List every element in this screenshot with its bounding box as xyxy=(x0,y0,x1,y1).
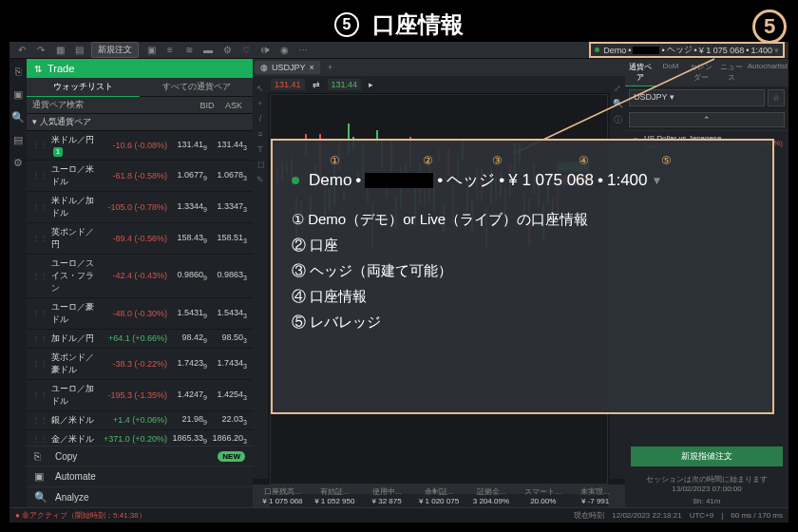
drag-handle-icon[interactable]: ⋮⋮ xyxy=(32,171,48,180)
chart-left-tool-rail: ↖+/≡T◻✎ xyxy=(253,80,268,479)
auto-rail-icon[interactable]: ▣ xyxy=(11,87,25,101)
cursor-icon[interactable]: ↖ xyxy=(256,84,264,93)
undo-icon[interactable]: ↶ xyxy=(15,44,28,57)
pair-row[interactable]: ⋮⋮ユーロ／加ドル-195.3 (-1.35%)1.424791.42543 xyxy=(27,380,253,411)
pair-search-input[interactable]: 通貨ペア検索 xyxy=(32,99,194,111)
drag-handle-icon[interactable]: ⋮⋮ xyxy=(32,202,48,211)
add-chart-tab[interactable]: + xyxy=(324,63,336,72)
drag-handle-icon[interactable]: ⋮⋮ xyxy=(32,309,48,317)
calc-icon[interactable]: ▣ xyxy=(144,44,158,57)
pair-change: +64.1 (+0.66%) xyxy=(99,333,167,343)
shape-icon[interactable]: ◻ xyxy=(257,160,264,169)
pair-bid: 21.989 xyxy=(171,414,207,426)
new-order-button[interactable]: 新規注文 xyxy=(91,42,139,58)
close-icon[interactable]: × xyxy=(310,63,314,72)
pair-name: 英ポンド／円 xyxy=(51,226,95,251)
favorite-toggle[interactable]: ☆ xyxy=(768,89,785,106)
overlay-acct-leverage: 1:400 xyxy=(607,171,648,190)
chevron-down-icon[interactable]: ▾ xyxy=(774,46,779,55)
crosshair-icon[interactable]: + xyxy=(257,99,262,108)
pair-name: 英ポンド／豪ドル xyxy=(51,352,95,376)
drag-handle-icon[interactable]: ⋮⋮ xyxy=(32,234,48,242)
pair-row[interactable]: ⋮⋮英ポンド／豪ドル-38.3 (-0.22%)1.742391.74343 xyxy=(27,349,253,380)
chart-tab-usdjpy[interactable]: ◍USDJPY× xyxy=(255,61,320,74)
rtab-autochartist[interactable]: Autochartist xyxy=(747,59,788,86)
tab-all-pairs[interactable]: すべての通貨ペア xyxy=(140,78,253,97)
expand-icon[interactable]: ⤢ xyxy=(614,84,621,93)
popular-pairs-section[interactable]: ▾ 人気通貨ペア xyxy=(27,114,253,131)
pair-row[interactable]: ⋮⋮銀／米ドル+1.4 (+0.06%)21.98922.033 xyxy=(27,411,253,430)
drag-handle-icon[interactable]: ⋮⋮ xyxy=(32,141,48,149)
drag-handle-icon[interactable]: ⋮⋮ xyxy=(32,334,48,343)
status-timezone[interactable]: UTC+9 xyxy=(690,511,714,520)
pair-row[interactable]: ⋮⋮ユーロ／米ドル-61.8 (-0.58%)1.067791.06783 xyxy=(27,161,253,192)
pair-name: 銀／米ドル xyxy=(51,414,95,427)
bar-icon[interactable]: ▬ xyxy=(201,44,215,57)
tool-analyze[interactable]: 🔍Analyze xyxy=(27,486,253,507)
rtab-pair[interactable]: 通貨ペア xyxy=(625,59,656,86)
pair-row[interactable]: ⋮⋮ユーロ／スイス・フラン-42.4 (-0.43%)0.986090.9863… xyxy=(27,255,253,298)
chevron-right-icon[interactable]: ▸ xyxy=(369,80,373,89)
pair-row[interactable]: ⋮⋮英ポンド／円-89.4 (-0.56%)158.439158.513 xyxy=(27,223,253,255)
drag-handle-icon[interactable]: ⋮⋮ xyxy=(32,416,48,425)
drag-handle-icon[interactable]: ⋮⋮ xyxy=(32,272,48,280)
page-header: 5 口座情報 xyxy=(0,0,798,46)
copy-rail-icon[interactable]: ⎘ xyxy=(11,65,25,78)
info-icon[interactable]: ⓘ xyxy=(614,114,622,126)
more-icon[interactable]: ⋯ xyxy=(296,44,310,57)
rtab-calendar[interactable]: カレンダー xyxy=(686,59,716,86)
stat-balance: 口座残高...¥ 1 075 068 xyxy=(258,486,307,505)
line-icon[interactable]: ≋ xyxy=(182,44,196,57)
trade-header[interactable]: ⇅ Trade xyxy=(27,59,253,78)
chart-icon[interactable]: ≡ xyxy=(163,44,177,57)
new-badge: NEW xyxy=(218,451,245,462)
grid-icon[interactable]: ▦ xyxy=(53,44,66,57)
menu-rail-icon[interactable]: ▤ xyxy=(11,133,25,146)
rtab-news[interactable]: ニュース xyxy=(716,59,747,86)
fib-icon[interactable]: ≡ xyxy=(257,129,262,139)
price-ask[interactable]: 131.44 xyxy=(328,79,362,90)
pair-row[interactable]: ⋮⋮米ドル／円1-10.6 (-0.08%)131.419131.443 xyxy=(27,131,253,161)
text-icon[interactable]: T xyxy=(257,144,263,154)
account-summary-highlight[interactable]: Demo • •ヘッジ •¥ 1 075 068 •1:400 ▾ xyxy=(589,42,785,58)
trade-label: Trade xyxy=(48,63,74,74)
symbol-select[interactable]: USDJPY ▾ xyxy=(629,89,765,106)
drag-handle-icon[interactable]: ⋮⋮ xyxy=(32,435,48,444)
brush-icon[interactable]: ✎ xyxy=(256,175,264,184)
drag-handle-icon[interactable]: ⋮⋮ xyxy=(32,390,48,399)
trend-icon[interactable]: / xyxy=(259,114,262,124)
pair-row[interactable]: ⋮⋮加ドル／円+64.1 (+0.66%)98.42998.503 xyxy=(27,330,253,349)
pair-row[interactable]: ⋮⋮金／米ドル+371.0 (+0.20%)1865.3391866.203 xyxy=(27,430,253,446)
pair-change: +1.4 (+0.06%) xyxy=(99,415,167,425)
new-limit-order-button[interactable]: 新規指値注文 xyxy=(631,446,783,466)
drag-handle-icon[interactable]: ⋮⋮ xyxy=(32,359,48,368)
overlay-acct-masked xyxy=(365,173,433,188)
layout-icon[interactable]: ▤ xyxy=(72,44,86,57)
pair-name: 加ドル／円 xyxy=(51,332,95,345)
info-expand[interactable]: ⌃ xyxy=(629,112,785,127)
overlay-desc-5: ⑤ レバレッジ xyxy=(292,309,753,334)
zoom-icon[interactable]: 🔍 xyxy=(613,99,623,108)
redo-icon[interactable]: ↷ xyxy=(34,44,48,57)
pair-bid: 131.419 xyxy=(171,140,207,151)
analyze-rail-icon[interactable]: 🔍 xyxy=(11,110,25,124)
col-header-bid: BID xyxy=(194,101,220,110)
tool-automate[interactable]: ▣Automate xyxy=(27,466,253,486)
pair-row[interactable]: ⋮⋮米ドル／加ドル-105.0 (-0.78%)1.334491.33473 xyxy=(27,192,253,223)
status-dot-icon xyxy=(595,48,599,52)
pair-change: +371.0 (+0.20%) xyxy=(99,434,167,444)
header-title-text: 口座情報 xyxy=(372,10,464,40)
cog-icon[interactable]: ⚙ xyxy=(220,44,234,57)
overlay-acct-type: Demo xyxy=(309,171,352,190)
fav-icon[interactable]: ♡ xyxy=(239,44,253,57)
tab-watchlist[interactable]: ウォッチリスト xyxy=(27,78,140,97)
sound-icon[interactable]: 🕪 xyxy=(258,44,272,57)
rtab-dom[interactable]: DoM xyxy=(656,59,686,86)
chart-price-toolbar: ◂ 131.41 ⇄ 131.44 ▸ xyxy=(253,76,625,94)
eye-icon[interactable]: ◉ xyxy=(277,44,291,57)
price-bid[interactable]: 131.41 xyxy=(271,79,305,90)
tool-copy[interactable]: ⎘CopyNEW xyxy=(27,446,253,466)
gear-rail-icon[interactable]: ⚙ xyxy=(11,156,25,169)
pair-row[interactable]: ⋮⋮ユーロ／豪ドル-48.0 (-0.30%)1.543191.54343 xyxy=(27,298,253,330)
pair-bid: 1.42479 xyxy=(171,390,207,401)
